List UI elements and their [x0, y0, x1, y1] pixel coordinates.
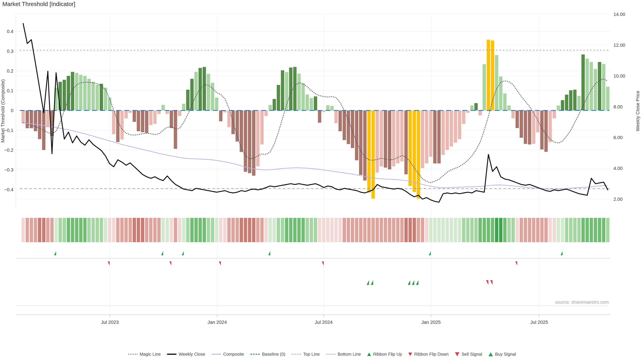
dotted-line-swatch-icon — [128, 354, 138, 355]
svg-text:2.00: 2.00 — [614, 197, 623, 202]
y-axis-right-ticks: 14.0012.0010.008.006.004.002.00 — [614, 12, 625, 202]
svg-text:−0.1: −0.1 — [4, 128, 14, 133]
legend-item-label: Sell Signal — [462, 352, 482, 357]
legend-item-label: Top Line — [303, 352, 320, 357]
svg-text:Jul 2024: Jul 2024 — [315, 320, 332, 325]
legend-item-buy-signal: Buy Signal — [488, 352, 516, 357]
ribbon-flip-down-markers — [108, 261, 517, 266]
svg-text:−0.3: −0.3 — [4, 167, 14, 172]
chart-stage: 0.40.30.20.10−0.1−0.2−0.3−0.414.0012.001… — [0, 0, 644, 362]
source-label: source: sharemaestro.com — [555, 300, 609, 305]
svg-text:−0.2: −0.2 — [4, 147, 14, 153]
svg-text:Jan 2024: Jan 2024 — [208, 320, 227, 325]
dotted-line-swatch-icon — [292, 354, 301, 355]
legend-item-label: Ribbon Flip Up — [373, 352, 402, 357]
legend-item-label: Buy Signal — [495, 352, 516, 357]
threshold-bars — [22, 40, 610, 199]
left-axis-title: Market Threshold (Composite) — [0, 79, 5, 143]
legend-item-bottom-line: Bottom Line — [326, 352, 361, 357]
ribbon-strip — [22, 218, 610, 242]
legend-item-label: Weekly Close — [178, 352, 205, 357]
legend-item-ribbon-flip-up: Ribbon Flip Up — [367, 352, 402, 357]
svg-text:0.1: 0.1 — [7, 88, 14, 93]
triangle-up-icon — [488, 352, 493, 356]
svg-text:Jan 2025: Jan 2025 — [421, 320, 440, 325]
svg-text:6.00: 6.00 — [614, 135, 623, 140]
buy-signal-markers — [366, 280, 418, 285]
legend-item-label: Ribbon Flip Down — [414, 352, 448, 357]
svg-text:12.00: 12.00 — [614, 42, 625, 48]
market-threshold-chart: 0.40.30.20.10−0.1−0.2−0.3−0.414.0012.001… — [0, 0, 644, 362]
triangle-up-icon — [367, 353, 371, 356]
solid-line-swatch-icon — [212, 354, 221, 355]
svg-text:4.00: 4.00 — [614, 166, 623, 171]
svg-text:−0.4: −0.4 — [4, 187, 14, 192]
triangle-down-icon — [455, 352, 459, 356]
sell-signal-markers — [486, 280, 492, 285]
legend-item-sell-signal: Sell Signal — [455, 352, 482, 357]
dashed-line-swatch-icon — [250, 354, 260, 355]
svg-text:10.00: 10.00 — [614, 73, 625, 79]
svg-text:0.3: 0.3 — [7, 49, 14, 54]
ribbon-flip-up-markers — [54, 251, 562, 255]
svg-text:0.2: 0.2 — [7, 68, 14, 73]
legend-item-ribbon-flip-down: Ribbon Flip Down — [408, 352, 448, 357]
page-title: Market Threshold [Indicator] — [2, 1, 75, 7]
svg-text:Jul 2023: Jul 2023 — [101, 320, 119, 325]
right-axis-title: Weekly Close Price — [635, 91, 640, 131]
x-axis-ticks: Jul 2023Jan 2024Jul 2024Jan 2025Jul 2025 — [101, 320, 548, 325]
legend-item-label: Magic Line — [140, 352, 161, 357]
legend-item-top-line: Top Line — [292, 352, 320, 357]
legend-item-label: Composite — [223, 352, 244, 357]
dotted-line-swatch-icon — [326, 354, 336, 355]
svg-text:8.00: 8.00 — [614, 104, 623, 109]
svg-text:0: 0 — [11, 108, 14, 113]
legend-item-label: Bottom Line — [338, 352, 361, 357]
legend-item-label: Baseline (0) — [262, 352, 285, 357]
legend-item-magic-line: Magic Line — [128, 352, 161, 357]
solid-line-swatch-icon — [167, 354, 176, 355]
legend-item-baseline-0-: Baseline (0) — [250, 352, 285, 357]
chart-legend: Magic LineWeekly CloseCompositeBaseline … — [0, 352, 644, 357]
svg-text:0.4: 0.4 — [7, 29, 14, 34]
triangle-down-icon — [408, 353, 412, 356]
legend-item-weekly-close: Weekly Close — [167, 352, 205, 357]
svg-text:14.00: 14.00 — [614, 12, 625, 17]
y-axis-left-ticks: 0.40.30.20.10−0.1−0.2−0.3−0.4 — [4, 29, 14, 192]
svg-text:Jul 2025: Jul 2025 — [530, 320, 548, 325]
chart-dynamic-layer: 0.40.30.20.10−0.1−0.2−0.3−0.414.0012.001… — [4, 12, 625, 325]
legend-item-composite: Composite — [212, 352, 244, 357]
